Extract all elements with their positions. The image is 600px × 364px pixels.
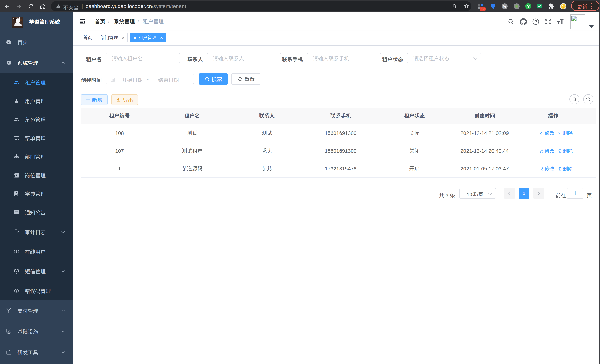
svg-text:⌘: ⌘ bbox=[503, 4, 506, 8]
